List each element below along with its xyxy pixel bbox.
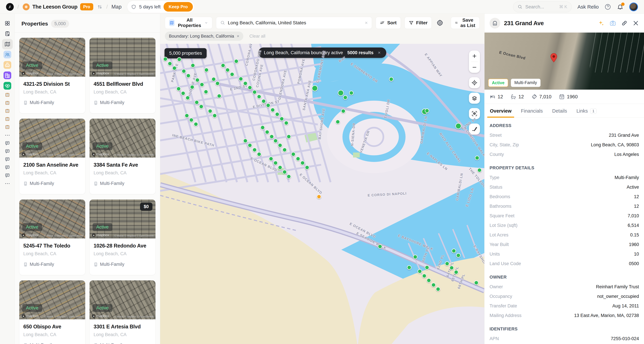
property-marker[interactable] xyxy=(204,90,208,94)
banner-close-icon[interactable]: × xyxy=(378,50,380,55)
property-marker[interactable] xyxy=(273,138,278,143)
property-marker[interactable] xyxy=(163,57,168,61)
property-marker[interactable] xyxy=(291,152,296,157)
property-marker[interactable] xyxy=(431,283,436,287)
property-marker[interactable] xyxy=(449,265,454,270)
team-switcher[interactable]: The Leeson Group Pro xyxy=(23,3,93,11)
property-marker[interactable] xyxy=(221,63,226,68)
ai-sparkles-icon[interactable] xyxy=(598,20,604,26)
sidebar-item-ellipsis-icon[interactable] xyxy=(2,131,13,139)
locate-button[interactable] xyxy=(469,77,480,88)
property-marker[interactable] xyxy=(215,81,220,86)
app-logo-icon[interactable] xyxy=(6,3,14,11)
close-icon[interactable] xyxy=(632,20,639,26)
property-marker[interactable] xyxy=(252,148,257,152)
property-card[interactable]: Active $0 ▲mapbox © Maxar © Mapbox © Ope… xyxy=(90,199,156,275)
property-marker[interactable] xyxy=(190,85,194,89)
user-avatar[interactable] xyxy=(629,3,638,11)
property-card[interactable]: Active ▲mapbox © Maxar © Mapbox © OpenSt… xyxy=(90,38,156,113)
property-marker[interactable] xyxy=(168,61,172,66)
sidebar-item-chat-icon[interactable] xyxy=(2,171,13,180)
property-marker[interactable] xyxy=(243,81,248,86)
property-marker[interactable] xyxy=(418,269,422,274)
property-marker[interactable] xyxy=(200,82,204,87)
clear-all-link[interactable]: Clear all xyxy=(250,34,265,39)
layers-button[interactable] xyxy=(469,93,480,104)
property-marker[interactable] xyxy=(248,85,252,90)
property-marker[interactable] xyxy=(257,94,261,99)
property-marker[interactable] xyxy=(204,68,209,72)
property-marker[interactable] xyxy=(378,244,382,249)
sidebar-item-grid-icon[interactable] xyxy=(2,18,13,29)
property-marker[interactable] xyxy=(445,261,449,266)
property-card[interactable]: Active ▲mapbox © Maxar © Mapbox © OpenSt… xyxy=(19,280,85,344)
link-icon[interactable] xyxy=(621,20,628,26)
sort-button[interactable]: Sort xyxy=(376,17,401,29)
property-marker[interactable] xyxy=(257,152,261,157)
property-card[interactable]: Active ▲mapbox © Maxar © Mapbox © OpenSt… xyxy=(19,38,85,113)
property-marker[interactable] xyxy=(275,112,280,117)
sidebar-item-clipboard-icon[interactable] xyxy=(2,91,13,99)
property-marker[interactable] xyxy=(477,168,482,173)
ask-relio-link[interactable]: Ask Relio xyxy=(578,4,599,10)
boundary-filter-chip[interactable]: Boundary: Long Beach, California × xyxy=(165,32,243,41)
property-marker[interactable] xyxy=(341,109,346,113)
property-marker[interactable] xyxy=(248,143,252,148)
property-marker[interactable] xyxy=(349,91,354,95)
property-card[interactable]: Active ▲mapbox © Maxar © Mapbox © OpenSt… xyxy=(19,119,85,194)
sidebar-item-stamp-icon[interactable] xyxy=(2,60,13,70)
property-card[interactable]: Active ▲mapbox © Maxar © Mapbox © OpenSt… xyxy=(19,199,85,275)
property-marker[interactable] xyxy=(212,113,217,118)
tab-financials[interactable]: Financials xyxy=(520,104,543,118)
property-marker[interactable] xyxy=(234,59,239,64)
property-marker[interactable] xyxy=(230,72,234,77)
global-search-input[interactable]: Search... ⌘ K xyxy=(513,2,572,12)
property-marker[interactable] xyxy=(266,103,270,108)
notifications-bell-icon[interactable] xyxy=(617,4,624,10)
sidebar-item-clipboard-icon[interactable] xyxy=(2,123,13,131)
sidebar-item-clipboard-icon[interactable] xyxy=(2,99,13,107)
sidebar-item-map-icon[interactable] xyxy=(2,39,13,49)
sidebar-item-chat-icon[interactable] xyxy=(2,163,13,171)
tab-overview[interactable]: Overview xyxy=(490,104,512,118)
property-marker[interactable] xyxy=(389,77,394,82)
property-marker[interactable] xyxy=(286,134,291,139)
property-marker[interactable] xyxy=(343,95,348,100)
keep-pro-button[interactable]: Keep Pro xyxy=(164,2,193,12)
property-marker[interactable] xyxy=(194,122,198,127)
property-marker[interactable] xyxy=(338,90,344,96)
property-marker[interactable] xyxy=(182,69,186,73)
zoom-in-button[interactable] xyxy=(469,51,480,62)
property-marker[interactable] xyxy=(273,161,278,165)
sidebar-item-handshake-icon[interactable] xyxy=(2,81,13,91)
property-marker[interactable] xyxy=(208,109,212,113)
property-marker[interactable] xyxy=(181,91,186,96)
property-marker[interactable] xyxy=(452,249,456,253)
sidebar-item-ellipsis-icon[interactable] xyxy=(2,180,13,188)
property-marker[interactable] xyxy=(474,280,478,285)
property-marker[interactable] xyxy=(456,253,461,258)
clear-search-icon[interactable]: × xyxy=(365,20,368,26)
camera-icon[interactable] xyxy=(610,20,616,27)
property-marker[interactable] xyxy=(296,157,300,161)
remove-boundary-icon[interactable]: × xyxy=(237,34,239,39)
property-marker[interactable] xyxy=(260,125,265,130)
breadcrumb-map[interactable]: Map xyxy=(112,4,122,10)
property-marker[interactable] xyxy=(413,255,418,259)
property-marker[interactable] xyxy=(278,143,282,148)
property-marker[interactable] xyxy=(280,117,284,121)
property-marker[interactable] xyxy=(195,78,200,82)
property-marker[interactable] xyxy=(239,77,243,81)
property-marker[interactable] xyxy=(454,270,458,274)
property-marker[interactable] xyxy=(191,63,195,68)
property-marker[interactable] xyxy=(425,265,429,270)
property-marker[interactable] xyxy=(217,94,221,98)
sidebar-item-clipboard-plus-icon[interactable] xyxy=(2,29,13,39)
tab-links[interactable]: Links1 xyxy=(576,104,597,118)
property-marker[interactable] xyxy=(176,87,181,91)
sidebar-item-chat-icon[interactable] xyxy=(2,147,13,155)
property-marker[interactable] xyxy=(282,148,287,152)
sort-arrows-icon[interactable] xyxy=(97,4,103,10)
scope-dropdown[interactable]: All Properties xyxy=(165,17,212,29)
property-marker[interactable] xyxy=(177,57,182,62)
